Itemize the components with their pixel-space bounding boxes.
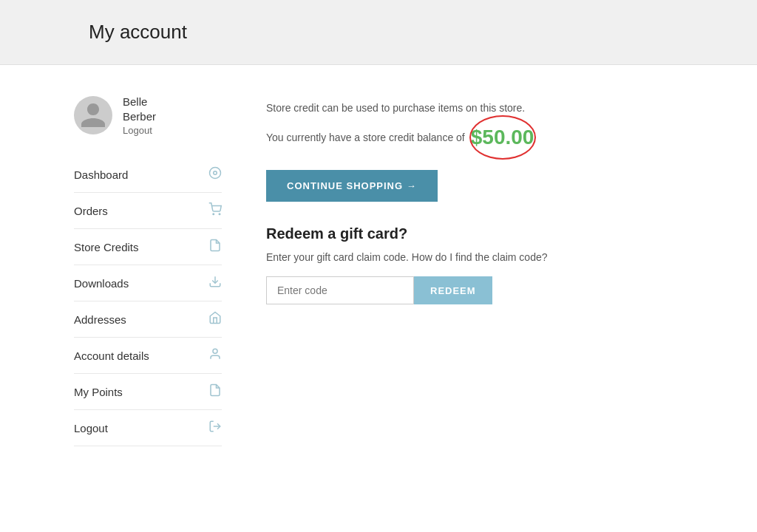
sidebar-item-account-details[interactable]: Account details (74, 338, 222, 374)
nav-label-addresses: Addresses (74, 313, 126, 326)
sidebar-item-addresses[interactable]: Addresses (74, 301, 222, 338)
nav-label-logout: Logout (74, 422, 108, 434)
account-details-icon (208, 347, 222, 364)
nav-label-dashboard: Dashboard (74, 168, 128, 181)
sidebar-item-store-credits[interactable]: Store Credits (74, 229, 222, 265)
store-credits-section: Store credit can be used to purchase ite… (266, 95, 698, 446)
redeem-button[interactable]: REDEEM (414, 276, 492, 304)
sidebar-item-dashboard[interactable]: Dashboard (74, 157, 222, 193)
svg-point-2 (213, 214, 214, 215)
nav-label-store-credits: Store Credits (74, 241, 139, 253)
balance-amount-wrapper: $50.00 (471, 126, 534, 149)
orders-icon (208, 202, 222, 219)
balance-row: You currently have a store credit balanc… (266, 126, 698, 149)
dashboard-icon (208, 166, 222, 183)
sidebar-item-downloads[interactable]: Downloads (74, 265, 222, 301)
store-credits-icon (208, 239, 222, 255)
nav-label-orders: Orders (74, 205, 108, 217)
my-points-icon (208, 383, 222, 400)
user-info: Belle Berber Logout (74, 95, 222, 136)
sidebar-item-orders[interactable]: Orders (74, 193, 222, 229)
store-credit-description: Store credit can be used to purchase ite… (266, 102, 698, 114)
svg-point-1 (214, 171, 217, 175)
user-name: Belle Berber (123, 95, 156, 123)
nav-label-downloads: Downloads (74, 277, 129, 290)
svg-point-5 (213, 349, 217, 353)
user-logout-link[interactable]: Logout (123, 125, 152, 136)
downloads-icon (208, 275, 222, 291)
nav-label-my-points: My Points (74, 386, 123, 398)
redeem-form: REDEEM (266, 276, 698, 304)
user-details: Belle Berber Logout (123, 95, 156, 136)
redeem-description: Enter your gift card claim code. How do … (266, 251, 698, 263)
sidebar-item-logout[interactable]: Logout (74, 410, 222, 446)
avatar (74, 96, 112, 134)
svg-point-0 (210, 168, 221, 179)
addresses-icon (208, 311, 222, 327)
sidebar-item-my-points[interactable]: My Points (74, 374, 222, 410)
nav-list: Dashboard Orders Store Credits Downloads (74, 157, 222, 446)
gift-card-code-input[interactable] (266, 276, 414, 304)
nav-label-account-details: Account details (74, 349, 149, 362)
svg-point-3 (219, 214, 220, 215)
redeem-title: Redeem a gift card? (266, 225, 698, 242)
logout-icon (208, 420, 222, 436)
balance-amount: $50.00 (471, 126, 534, 149)
continue-shopping-button[interactable]: CONTINUE SHOPPING → (266, 170, 438, 202)
sidebar: Belle Berber Logout Dashboard Orders S (74, 95, 222, 446)
main-content: Belle Berber Logout Dashboard Orders S (0, 65, 757, 476)
page-header: My account (0, 0, 757, 65)
balance-prefix: You currently have a store credit balanc… (266, 132, 465, 143)
page-title: My account (89, 21, 727, 44)
